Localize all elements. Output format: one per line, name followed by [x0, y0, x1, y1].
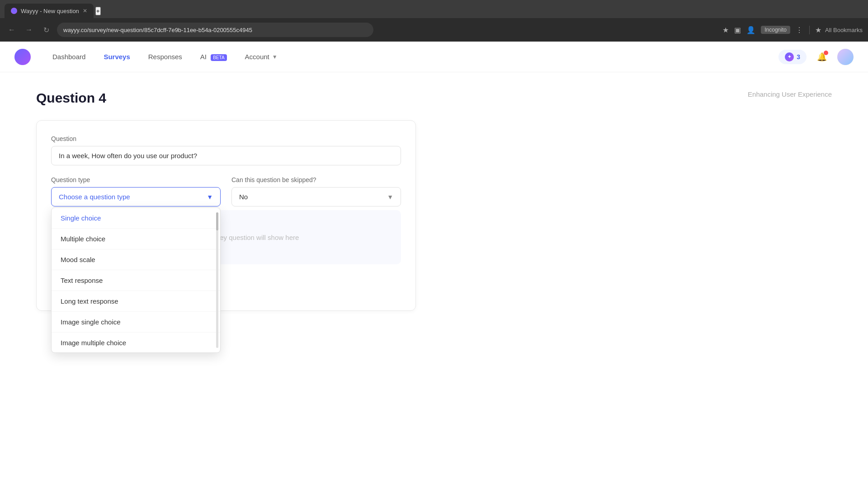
- bookmarks-icon: ★: [815, 26, 821, 34]
- navbar: Dashboard Surveys Responses AI BETA Acco…: [0, 42, 868, 72]
- account-chevron-icon: ▼: [272, 54, 278, 60]
- skip-label: Can this question be skipped?: [231, 176, 401, 183]
- app: Dashboard Surveys Responses AI BETA Acco…: [0, 42, 868, 488]
- notification-button[interactable]: 🔔: [814, 49, 830, 65]
- question-type-col: Question type Choose a question type ▼ S…: [51, 176, 221, 206]
- dropdown-scroll-area: Single choice Multiple choice Mood scale…: [52, 208, 220, 352]
- question-group: Question: [51, 135, 401, 165]
- skip-value: No: [239, 193, 248, 201]
- bookmark-star-icon[interactable]: ★: [722, 26, 729, 34]
- nav-surveys[interactable]: Surveys: [96, 49, 137, 64]
- close-tab-button[interactable]: ✕: [83, 8, 87, 14]
- dropdown-item-multiple-choice[interactable]: Multiple choice: [52, 229, 220, 249]
- navbar-right: ✦ 3 🔔: [778, 49, 854, 65]
- forward-button[interactable]: →: [23, 23, 35, 36]
- nav-account[interactable]: Account ▼: [238, 49, 285, 64]
- dropdown-item-long-text-response[interactable]: Long text response: [52, 291, 220, 312]
- browser-address-bar: ← → ↻ ★ ▣ 👤 Incognito ⋮ ★ All Bookmarks: [0, 18, 868, 42]
- notification-badge: [824, 51, 828, 55]
- type-skip-row: Question type Choose a question type ▼ S…: [51, 176, 401, 206]
- tab-title: Wayyy - New question: [21, 8, 79, 14]
- points-counter: ✦ 3: [778, 50, 807, 64]
- question-input[interactable]: [51, 146, 401, 165]
- dropdown-scrollbar: [216, 212, 218, 348]
- question-label: Question: [51, 135, 401, 142]
- address-input[interactable]: [57, 23, 373, 37]
- all-bookmarks-label: All Bookmarks: [825, 27, 863, 33]
- active-tab: Wayyy - New question ✕: [5, 4, 94, 18]
- nav-links: Dashboard Surveys Responses AI BETA Acco…: [45, 49, 285, 64]
- question-type-value: Choose a question type: [59, 193, 130, 201]
- scrollbar-thumb: [216, 212, 218, 230]
- question-type-button[interactable]: Choose a question type ▼: [51, 187, 221, 206]
- dropdown-chevron-icon: ▼: [207, 193, 213, 201]
- extensions-icon[interactable]: ▣: [734, 26, 741, 34]
- browser-actions: ★ ▣ 👤 Incognito ⋮: [722, 26, 803, 34]
- tab-favicon: [11, 8, 17, 14]
- question-type-label: Question type: [51, 176, 221, 183]
- skip-select-button[interactable]: No ▼: [231, 187, 401, 206]
- dropdown-item-image-multiple-choice[interactable]: Image multiple choice: [52, 333, 220, 352]
- dropdown-item-image-single-choice[interactable]: Image single choice: [52, 312, 220, 333]
- refresh-button[interactable]: ↻: [40, 23, 52, 36]
- skip-question-col: Can this question be skipped? No ▼: [231, 176, 401, 206]
- skip-chevron-icon: ▼: [387, 193, 393, 201]
- browser-tab-bar: Wayyy - New question ✕ +: [0, 0, 868, 18]
- app-logo: [14, 49, 31, 65]
- page-title: Question 4: [36, 90, 106, 106]
- nav-dashboard[interactable]: Dashboard: [45, 49, 93, 64]
- ai-beta-badge: BETA: [211, 54, 226, 61]
- user-avatar[interactable]: [837, 49, 854, 65]
- question-type-dropdown: Single choice Multiple choice Mood scale…: [51, 207, 221, 353]
- profile-icon[interactable]: 👤: [746, 26, 755, 34]
- nav-ai[interactable]: AI BETA: [193, 49, 234, 64]
- question-type-select-wrapper: Choose a question type ▼ Single choice M…: [51, 187, 221, 206]
- survey-name: Enhancing User Experience: [748, 90, 832, 98]
- new-tab-button[interactable]: +: [95, 7, 101, 15]
- dropdown-item-mood-scale[interactable]: Mood scale: [52, 249, 220, 270]
- menu-icon[interactable]: ⋮: [796, 26, 803, 34]
- back-button[interactable]: ←: [5, 23, 18, 36]
- page-header: Question 4 Enhancing User Experience: [36, 90, 832, 106]
- nav-responses[interactable]: Responses: [141, 49, 189, 64]
- form-card: Question Question type Choose a question…: [36, 120, 416, 311]
- avatar-image: [837, 49, 854, 65]
- incognito-badge: Incognito: [761, 26, 790, 34]
- points-icon: ✦: [785, 52, 794, 61]
- browser-chrome: Wayyy - New question ✕ + ← → ↻ ★ ▣ 👤 Inc…: [0, 0, 868, 42]
- dropdown-item-single-choice[interactable]: Single choice: [52, 208, 220, 229]
- dropdown-item-text-response[interactable]: Text response: [52, 270, 220, 291]
- page-content: Question 4 Enhancing User Experience Que…: [0, 72, 868, 488]
